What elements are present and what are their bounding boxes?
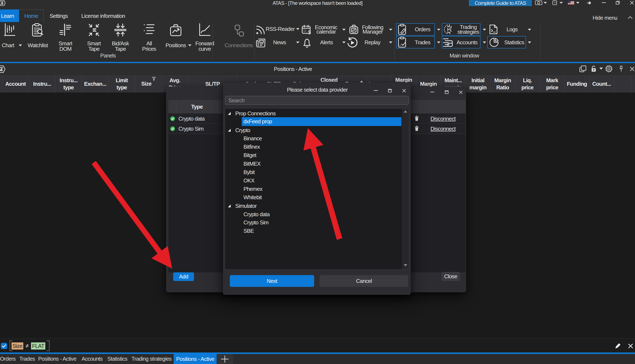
svg-text:?: ? — [554, 1, 556, 4]
